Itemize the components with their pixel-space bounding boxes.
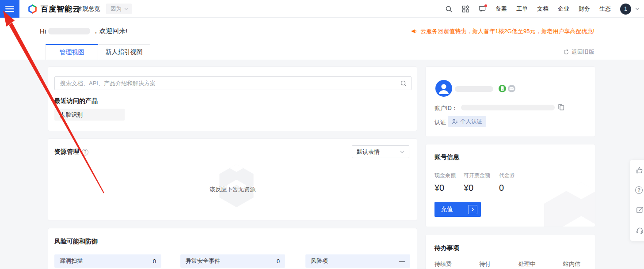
todo-card: 待办事项 待续费 待付 处理中 站内信 (425, 234, 595, 269)
stat-cash-balance: 现金余额 ¥0 (434, 172, 456, 193)
stat-label: 现金余额 (434, 172, 456, 179)
phone-verified-badge-icon (499, 85, 506, 92)
return-old-version-label: 返回旧版 (572, 48, 594, 56)
risk-tile-label: 漏洞扫描 (60, 257, 83, 265)
chevron-down-icon (400, 151, 404, 153)
risk-tile-label: 异常安全事件 (186, 257, 220, 265)
nav-item-shengtai[interactable]: 生态 (599, 5, 611, 13)
risk-tile-risk-items[interactable]: 风险项 — (305, 254, 410, 268)
help-icon[interactable] (82, 149, 88, 155)
search-input[interactable] (54, 76, 412, 90)
resource-filter-dropdown[interactable]: 默认表情 (352, 145, 409, 158)
recharge-button[interactable]: 充值 (434, 202, 481, 217)
welcome-band: Hi ，欢迎回来! 云服务器超值特惠，新人首年1核2G低至95元，新老用户享高配… (0, 18, 644, 60)
stat-value: ¥0 (464, 183, 490, 193)
stat-invoiceable-amount: 可开票金额 ¥0 (464, 172, 490, 193)
nav-item-caiwu[interactable]: 财务 (579, 5, 590, 13)
nav-item-beian[interactable]: 备案 (495, 5, 507, 13)
resource-empty-text: 该反应下暂无资源 (48, 186, 417, 193)
recharge-button-label: 充值 (441, 205, 453, 213)
personal-auth-badge-label: 个人认证 (460, 118, 482, 125)
baidu-cloud-logo-icon (27, 4, 38, 14)
email-badge-icon (508, 85, 515, 92)
region-dropdown[interactable]: 因为 (106, 4, 132, 14)
recent-product-face-recognition[interactable]: 人脸识别 (54, 109, 125, 121)
account-id-label: 账户ID： (434, 104, 457, 112)
tab-management-view[interactable]: 管理视图 (46, 44, 98, 60)
risk-tile-label: 风险项 (311, 257, 328, 265)
brand-logo[interactable]: 百度智能云 (27, 0, 80, 18)
promo-banner[interactable]: 云服务器超值特惠，新人首年1核2G低至95元，新老用户享高配优惠! (411, 27, 594, 35)
return-old-version-link[interactable]: 返回旧版 (563, 48, 594, 56)
hamburger-menu-button[interactable] (0, 0, 19, 18)
redacted-username (48, 28, 90, 34)
messages-icon[interactable] (479, 5, 486, 13)
nav-item-gongdan[interactable]: 工单 (516, 5, 528, 13)
refresh-icon (563, 49, 569, 55)
recent-products-title: 最近访问的产品 (54, 97, 98, 105)
todo-item-pending-payment[interactable]: 待付 (479, 260, 491, 268)
overview-link[interactable]: 参观总览 (76, 0, 100, 18)
todo-item-renewal[interactable]: 待续费 (434, 260, 452, 268)
stat-value: ¥0 (434, 183, 456, 193)
personal-auth-badge[interactable]: 个人认证 (448, 116, 486, 127)
todo-item-processing[interactable]: 处理中 (518, 260, 536, 268)
greeting-prefix: Hi (40, 27, 46, 35)
notification-dot (484, 4, 487, 7)
avatar-chevron-down-icon[interactable] (635, 8, 640, 10)
resource-card: 资源管理 默认表情 该反应下暂无资源 (48, 138, 417, 221)
profile-card: 账户ID： 认证： 个人认证 (425, 66, 595, 137)
watermark-cube-icon (537, 181, 595, 227)
promo-text: 云服务器超值特惠，新人首年1核2G低至95元，新老用户享高配优惠! (420, 27, 594, 35)
auth-person-icon (452, 118, 458, 125)
resource-card-title: 资源管理 (54, 148, 79, 156)
account-card-title: 账号信息 (434, 153, 459, 161)
nav-item-qiye[interactable]: 企业 (558, 5, 569, 13)
brand-name: 百度智能云 (41, 4, 80, 14)
risk-tile-value: 0 (153, 258, 156, 265)
nav-item-wendang[interactable]: 文档 (537, 5, 549, 13)
person-icon (435, 80, 452, 97)
profile-avatar (435, 80, 452, 97)
account-card: 账号信息 现金余额 ¥0 可开票金额 ¥0 代金券 0 充值 (425, 144, 595, 227)
thumbs-up-icon[interactable] (635, 166, 644, 174)
todo-card-title: 待办事项 (434, 244, 459, 252)
top-header: 百度智能云 参观总览 因为 备案 工单 文档 企业 财务 生态 1 (0, 0, 644, 18)
redacted-profile-name (455, 86, 493, 92)
search-icon[interactable] (445, 5, 453, 13)
todo-item-site-mail[interactable]: 站内信 (563, 260, 580, 268)
search-input-magnifier-icon[interactable] (400, 80, 407, 87)
greeting-suffix: ，欢迎回来! (92, 27, 127, 35)
megaphone-icon (411, 28, 418, 34)
search-card: 最近访问的产品 人脸识别 (48, 66, 417, 131)
apps-grid-icon[interactable] (462, 5, 469, 13)
tab-management-view-label: 管理视图 (60, 49, 84, 57)
copy-icon[interactable] (557, 103, 565, 111)
hamburger-icon (5, 5, 14, 12)
todo-labels-row: 待续费 待付 处理中 站内信 (434, 260, 580, 268)
recharge-arrow-icon[interactable] (468, 205, 477, 214)
risk-card-title: 风险可能和防御 (54, 238, 98, 246)
stat-value: 0 (499, 183, 515, 193)
stat-label: 可开票金额 (464, 172, 490, 179)
help-circle-icon[interactable] (635, 186, 643, 194)
survey-pencil-icon[interactable] (635, 205, 644, 214)
greeting: Hi ，欢迎回来! (40, 27, 127, 35)
content-area: 最近访问的产品 人脸识别 资源管理 默认表情 该反应下暂无资源 风险可能和防御 (0, 60, 644, 269)
headset-support-icon[interactable] (635, 226, 644, 235)
region-dropdown-value: 因为 (111, 5, 122, 13)
resource-filter-value: 默认表情 (357, 148, 380, 156)
user-avatar[interactable]: 1 (620, 4, 631, 15)
risk-tile-value: 0 (277, 258, 280, 265)
redacted-account-id (461, 105, 555, 110)
risk-card: 风险可能和防御 漏洞扫描 0 异常安全事件 0 风险项 — (48, 228, 417, 269)
tab-newcomer-guide-view[interactable]: 新人指引视图 (98, 44, 150, 60)
stat-vouchers: 代金券 0 (499, 172, 515, 193)
tab-newcomer-guide-view-label: 新人指引视图 (106, 48, 143, 56)
chevron-down-icon (124, 8, 128, 10)
risk-tile-abnormal-events[interactable]: 异常安全事件 0 (180, 254, 285, 268)
console-page: 百度智能云 参观总览 因为 备案 工单 文档 企业 财务 生态 1 (0, 0, 644, 269)
risk-tile-vulnerability-scan[interactable]: 漏洞扫描 0 (54, 254, 161, 268)
risk-tile-value: — (399, 258, 405, 265)
stat-label: 代金券 (499, 172, 515, 179)
